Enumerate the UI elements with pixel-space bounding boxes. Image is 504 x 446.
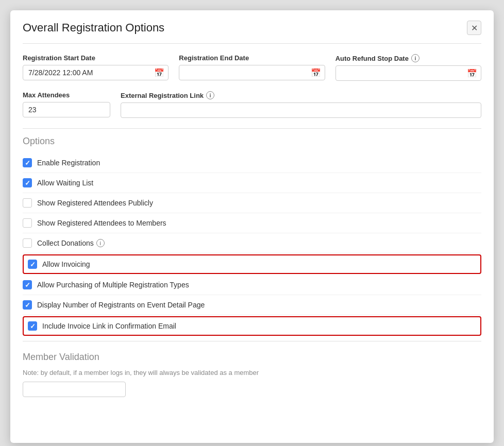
options-divider (23, 128, 481, 129)
external-link-info-icon[interactable]: i (206, 91, 214, 99)
modal-title: Overall Registration Options (23, 21, 164, 35)
show-attendees-publicly-label: Show Registered Attendees Publicly (37, 199, 153, 207)
date-fields-row: Registration Start Date 📅 Registration E… (23, 54, 481, 81)
external-link-label: External Registration Link i (121, 91, 481, 99)
include-invoice-link-label: Include Invoice Link in Confirmation Ema… (42, 322, 176, 330)
option-row-allow-waiting-list: Allow Waiting List (23, 173, 481, 193)
reg-start-date-input[interactable] (23, 65, 169, 80)
external-link-group: External Registration Link i (121, 91, 481, 118)
option-row-collect-donations: Collect Donations i (23, 233, 481, 253)
option-row-display-registrant-count: Display Number of Registrants on Event D… (23, 295, 481, 315)
external-link-input[interactable] (121, 102, 481, 118)
reg-end-date-group: Registration End Date 📅 (179, 54, 325, 81)
show-attendees-members-label: Show Registered Attendees to Members (37, 219, 166, 227)
member-validation-title: Member Validation (23, 352, 481, 363)
reg-end-date-label: Registration End Date (179, 54, 325, 62)
close-button[interactable]: ✕ (467, 21, 481, 35)
option-row-show-attendees-publicly: Show Registered Attendees Publicly (23, 193, 481, 213)
enable-registration-checkbox[interactable] (23, 158, 32, 167)
allow-invoicing-label: Allow Invoicing (42, 260, 90, 268)
auto-refund-label: Auto Refund Stop Date i (335, 54, 481, 62)
max-attendees-label: Max Attendees (23, 91, 110, 99)
allow-invoicing-checkbox[interactable] (28, 260, 37, 269)
option-row-enable-registration: Enable Registration (23, 153, 481, 173)
options-section: Options Enable Registration Allow Waitin… (23, 136, 481, 336)
reg-end-date-input[interactable] (179, 65, 325, 80)
auto-refund-input[interactable] (335, 65, 481, 81)
allow-waiting-list-label: Allow Waiting List (37, 179, 93, 187)
member-validation-section: Member Validation Note: by default, if a… (23, 352, 481, 397)
option-row-include-invoice-link: Include Invoice Link in Confirmation Ema… (23, 316, 481, 336)
reg-start-date-label: Registration Start Date (23, 54, 169, 62)
include-invoice-link-checkbox[interactable] (28, 321, 37, 331)
option-row-show-attendees-members: Show Registered Attendees to Members (23, 213, 481, 233)
max-attendees-input[interactable] (23, 102, 110, 117)
show-attendees-members-checkbox[interactable] (23, 218, 32, 228)
auto-refund-info-icon[interactable]: i (411, 54, 419, 62)
member-validation-input[interactable] (23, 382, 126, 397)
modal-overall-registration: Overall Registration Options ✕ Registrat… (10, 10, 494, 443)
allow-purchasing-multiple-checkbox[interactable] (23, 280, 32, 289)
member-validation-divider (23, 341, 481, 341)
collect-donations-info-icon[interactable]: i (96, 239, 105, 247)
auto-refund-date-group: Auto Refund Stop Date i 📅 (335, 54, 481, 81)
member-validation-note: Note: by default, if a member logs in, t… (23, 369, 481, 376)
max-attendees-group: Max Attendees (23, 91, 110, 118)
attendees-link-row: Max Attendees External Registration Link… (23, 91, 481, 118)
allow-purchasing-multiple-label: Allow Purchasing of Multiple Registratio… (37, 281, 189, 289)
display-registrant-count-checkbox[interactable] (23, 300, 32, 310)
show-attendees-publicly-checkbox[interactable] (23, 198, 32, 208)
auto-refund-wrapper: 📅 (335, 65, 481, 81)
option-row-allow-invoicing: Allow Invoicing (23, 254, 481, 274)
collect-donations-label: Collect Donations i (37, 239, 105, 247)
option-row-allow-purchasing-multiple: Allow Purchasing of Multiple Registratio… (23, 275, 481, 295)
member-input-row (23, 382, 481, 397)
enable-registration-label: Enable Registration (37, 159, 100, 167)
collect-donations-checkbox[interactable] (23, 238, 32, 248)
options-section-title: Options (23, 136, 481, 147)
display-registrant-count-label: Display Number of Registrants on Event D… (37, 301, 205, 309)
modal-header: Overall Registration Options ✕ (23, 21, 481, 44)
allow-waiting-list-checkbox[interactable] (23, 178, 32, 187)
reg-start-date-wrapper: 📅 (23, 65, 169, 80)
reg-start-date-group: Registration Start Date 📅 (23, 54, 169, 81)
reg-end-date-wrapper: 📅 (179, 65, 325, 80)
